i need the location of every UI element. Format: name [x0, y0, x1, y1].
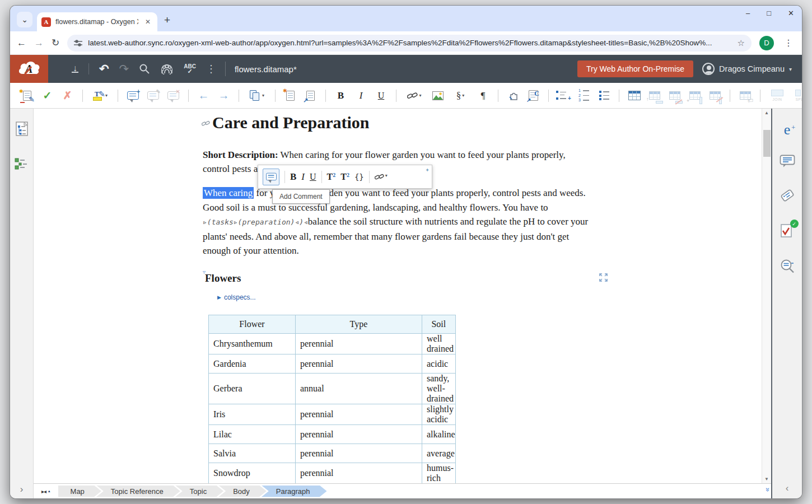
popup-subscript-button[interactable]: T2 [327, 172, 336, 182]
insert-link-button[interactable]: ▾ [402, 87, 427, 105]
collapse-right-panel-icon[interactable]: ‹ [786, 483, 789, 494]
dita-map-view-icon[interactable] [15, 121, 29, 139]
table-row[interactable]: Lilac perennial alkaline [209, 425, 456, 444]
oxygen-logo[interactable]: A [10, 55, 48, 83]
breadcrumb-item-map[interactable]: Map [58, 486, 101, 497]
section-expand-icon[interactable] [599, 273, 608, 284]
delete-column-button[interactable] [706, 87, 724, 105]
table-header-cell[interactable]: Flower [209, 315, 296, 334]
undo-button[interactable]: ↶ [99, 62, 109, 76]
selected-text[interactable]: When caring [203, 187, 254, 199]
table-header-cell[interactable]: Soil [422, 315, 456, 334]
chrome-menu-icon[interactable]: ⋮ [782, 38, 795, 48]
outline-view-icon[interactable] [15, 158, 29, 172]
insert-definition-list-button[interactable]: + [554, 87, 573, 105]
table-cell-type[interactable]: perennial [296, 354, 422, 374]
new-tab-button[interactable]: + [164, 14, 170, 26]
table-cell-flower[interactable]: Snowdrop [209, 463, 296, 484]
scroll-down-icon[interactable]: ▼ [762, 477, 771, 482]
accept-change-button[interactable]: ✓ [38, 87, 57, 105]
edit-comment-button[interactable]: ✎ [144, 87, 162, 105]
table-cell-flower[interactable]: Iris [209, 404, 296, 425]
validation-status-icon[interactable]: ✓ [780, 223, 795, 241]
insert-section-button[interactable]: §▾ [449, 87, 472, 105]
table-properties-button[interactable]: 🏷 [736, 87, 754, 105]
table-cell-type[interactable]: perennial [296, 444, 422, 463]
review-panel-icon[interactable] [780, 155, 795, 170]
popup-bold-button[interactable]: B [290, 171, 296, 183]
paste-special-button[interactable]: ▾ [245, 87, 269, 105]
profiling-marker[interactable]: ▹(tasks▹(preparation)◃)◃ [203, 218, 308, 226]
expand-left-panel-icon[interactable]: › [20, 484, 24, 495]
unordered-list-button[interactable] [595, 87, 613, 105]
tab-close-icon[interactable]: ✕ [143, 17, 153, 27]
save-button[interactable]: ↓ [72, 66, 78, 73]
previous-change-button[interactable]: ← [194, 87, 213, 105]
italic-button[interactable]: I [352, 87, 370, 105]
bookmark-star-icon[interactable]: ☆ [738, 38, 745, 48]
track-changes-button[interactable]: ✱ ✎ [18, 87, 36, 105]
popup-superscript-button[interactable]: T2 [340, 172, 349, 182]
spellcheck-icon[interactable]: ABC ✓ [184, 64, 196, 74]
site-info-icon[interactable] [74, 40, 82, 46]
table-row[interactable]: Snowdrop perennial humus-rich [209, 463, 456, 484]
tags-display-mode-button[interactable]: ▸◂ ▴ [41, 488, 50, 494]
scrollbar-thumb[interactable] [763, 130, 771, 157]
table-cell-soil[interactable]: alkaline [422, 425, 456, 444]
back-button[interactable]: ← [17, 38, 26, 49]
new-topic-button[interactable]: ✱ [281, 87, 300, 105]
forward-button[interactable]: → [34, 38, 44, 49]
more-actions-icon[interactable]: ⋮ [206, 63, 216, 75]
popup-inline-element-button[interactable]: {} [354, 172, 364, 181]
table-cell-soil[interactable]: acidic [422, 354, 456, 374]
search-icon[interactable] [139, 63, 150, 74]
next-change-button[interactable]: → [214, 87, 233, 105]
highlight-button[interactable]: T✎ ▾ [88, 87, 112, 105]
try-on-premise-button[interactable]: Try Web Author On-Premise [577, 60, 693, 77]
table-cell-soil[interactable]: sandy, well-drained [422, 374, 456, 404]
table-cell-soil[interactable]: slightly acidic [422, 404, 456, 425]
browser-tab[interactable]: A flowers.ditamap - Oxygen XML ✕ [37, 12, 157, 31]
insert-reusable-content-button[interactable] [504, 87, 522, 105]
insert-column-button[interactable]: + [685, 87, 704, 105]
reject-change-button[interactable]: ✗ [58, 87, 77, 105]
table-cell-soil[interactable]: well drained [422, 334, 456, 354]
breadcrumb-item-topic[interactable]: Topic [175, 486, 223, 497]
vertical-scrollbar[interactable]: ▲ ▼ [762, 109, 771, 483]
collapse-breadcrumb-icon[interactable]: « [763, 489, 771, 492]
underline-button[interactable]: U [372, 87, 390, 105]
table-row[interactable]: Salvia perennial average [209, 444, 456, 463]
delete-comment-button[interactable]: ✕ [164, 87, 183, 105]
find-preview-icon[interactable] [780, 259, 795, 277]
breadcrumb-item-paragraph[interactable]: Paragraph [262, 486, 327, 497]
table-cell-type[interactable]: perennial [296, 404, 422, 425]
popup-add-comment-button[interactable]: + [263, 169, 279, 185]
insert-image-button[interactable] [428, 87, 447, 105]
join-cells-button[interactable]: JOIN [766, 87, 788, 105]
url-text[interactable]: latest.web-author.sync.ro/oxygen-xml-web… [88, 39, 731, 47]
delete-row-button[interactable] [665, 87, 684, 105]
topic-title[interactable]: Care and Preparation [212, 113, 370, 132]
breadcrumb-item-topic-reference[interactable]: Topic Reference [96, 486, 180, 497]
maximize-button[interactable]: □ [767, 9, 771, 17]
address-bar[interactable]: latest.web-author.sync.ro/oxygen-xml-web… [67, 35, 752, 52]
minimize-button[interactable]: – [746, 9, 750, 17]
table-cell-flower[interactable]: Gardenia [209, 354, 296, 374]
redo-button[interactable]: ↷ [119, 62, 129, 76]
document-editor[interactable]: Care and Preparation Short Description: … [34, 109, 762, 483]
body-paragraph[interactable]: When caring for your flower garden you w… [203, 186, 608, 258]
section-title[interactable]: Flowers [205, 272, 241, 284]
add-comment-button[interactable]: + [124, 87, 142, 105]
keywords-tag-icon[interactable] [780, 188, 795, 205]
popup-link-button[interactable]: ▾ [375, 173, 388, 181]
close-window-button[interactable]: ✕ [788, 9, 794, 17]
reload-button[interactable]: ↻ [52, 37, 59, 49]
insert-topic-reference-button[interactable]: ↗ [301, 87, 320, 105]
table-row[interactable]: Iris perennial slightly acidic [209, 404, 456, 425]
table-cell-type[interactable]: perennial [296, 334, 422, 354]
table-cell-soil[interactable]: humus-rich [422, 463, 456, 484]
heading-link-icon[interactable] [202, 119, 210, 129]
split-cell-button[interactable]: SPLIT [790, 87, 802, 105]
breadcrumb-item-body[interactable]: Body [218, 486, 267, 497]
scroll-up-icon[interactable]: ▲ [762, 110, 771, 115]
